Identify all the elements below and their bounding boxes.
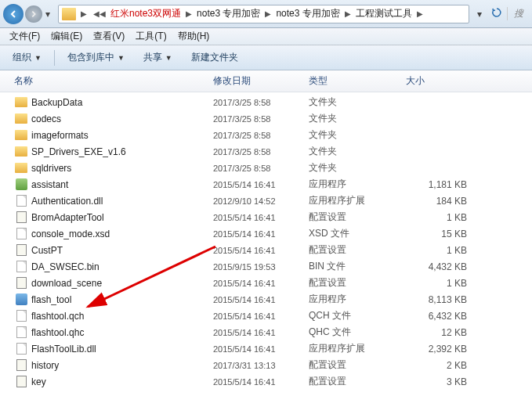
history-dropdown[interactable]: ▾ <box>45 9 55 20</box>
file-row[interactable]: CustPT2015/5/14 16:41配置设置1 KB <box>0 242 532 258</box>
file-type-icon <box>14 343 28 355</box>
chevron-right-icon: ▶ <box>342 9 354 18</box>
file-row[interactable]: console_mode.xsd2015/5/14 16:41XSD 文件15 … <box>0 225 532 242</box>
file-size: 1,181 KB <box>406 179 473 190</box>
breadcrumb-item[interactable]: note3 专用加密 <box>195 7 262 20</box>
file-row[interactable]: sqldrivers2017/3/25 8:58文件夹 <box>0 160 532 176</box>
file-type: QHC 文件 <box>309 326 406 339</box>
menu-help[interactable]: 帮助(H) <box>173 28 215 45</box>
chevron-right-icon: ▶ <box>183 9 195 18</box>
file-size: 1 KB <box>406 278 473 289</box>
file-type: 应用程序 <box>309 178 406 191</box>
file-row[interactable]: FlashToolLib.dll2015/5/14 16:41应用程序扩展2,3… <box>0 340 532 357</box>
menu-tools[interactable]: 工具(T) <box>131 28 171 45</box>
file-row[interactable]: BromAdapterTool2015/5/14 16:41配置设置1 KB <box>0 209 532 225</box>
forward-button[interactable] <box>25 5 42 23</box>
file-type: QCH 文件 <box>309 309 406 322</box>
breadcrumb[interactable]: ▶ ◀◀ 红米note3双网通 ▶ note3 专用加密 ▶ note3 专用加… <box>58 5 469 23</box>
file-row[interactable]: BackupData2017/3/25 8:58文件夹 <box>0 94 532 110</box>
separator <box>54 50 55 66</box>
file-type: 配置设置 <box>309 276 406 290</box>
file-type-icon <box>14 96 28 109</box>
file-type-icon <box>14 277 28 290</box>
file-date: 2017/3/25 8:58 <box>213 98 309 107</box>
file-name: BromAdapterTool <box>31 212 213 223</box>
file-row[interactable]: flash_tool2015/5/14 16:41应用程序8,113 KB <box>0 291 532 308</box>
file-list: BackupData2017/3/25 8:58文件夹codecs2017/3/… <box>0 92 532 391</box>
chevron-left-icon[interactable]: ◀◀ <box>90 9 109 18</box>
file-date: 2015/5/14 16:41 <box>213 213 309 222</box>
breadcrumb-item[interactable]: 工程测试工具 <box>354 7 414 20</box>
file-type: 配置设置 <box>309 375 406 388</box>
chevron-right-icon: ▶ <box>414 9 426 18</box>
refresh-icon[interactable] <box>491 7 502 20</box>
file-date: 2015/5/14 16:41 <box>213 180 309 189</box>
file-date: 2015/5/14 16:41 <box>213 246 309 255</box>
location-dropdown[interactable]: ▾ <box>477 9 487 20</box>
file-size: 6,432 KB <box>406 311 473 322</box>
file-row[interactable]: flashtool.qhc2015/5/14 16:41QHC 文件12 KB <box>0 324 532 340</box>
file-row[interactable]: imageformats2017/3/25 8:58文件夹 <box>0 127 532 143</box>
file-name: history <box>31 360 213 371</box>
folder-icon <box>62 8 76 20</box>
breadcrumb-item[interactable]: note3 专用加密 <box>274 7 341 20</box>
column-name[interactable]: 名称 <box>14 74 213 88</box>
file-date: 2015/5/14 16:41 <box>213 311 309 321</box>
search-input[interactable]: 搜 <box>507 7 529 20</box>
file-size: 1 KB <box>406 212 473 223</box>
file-type: 配置设置 <box>309 243 406 257</box>
file-type: 文件夹 <box>309 95 406 109</box>
column-size[interactable]: 大小 <box>406 74 476 88</box>
arrow-left-icon <box>9 9 18 19</box>
new-folder-button[interactable]: 新建文件夹 <box>185 48 244 67</box>
file-row[interactable]: SP_Drivers_EXE_v1.62017/3/25 8:58文件夹 <box>0 143 532 160</box>
file-name: key <box>31 376 213 387</box>
file-date: 2015/9/15 19:53 <box>213 262 309 272</box>
file-type: XSD 文件 <box>309 227 406 240</box>
file-row[interactable]: download_scene2015/5/14 16:41配置设置1 KB <box>0 275 532 291</box>
file-type: 应用程序扩展 <box>309 342 406 355</box>
arrow-right-icon <box>30 10 38 18</box>
file-row[interactable]: key2015/5/14 16:41配置设置3 KB <box>0 373 532 390</box>
file-row[interactable]: DA_SWSEC.bin2015/9/15 19:53BIN 文件4,432 K… <box>0 258 532 275</box>
file-name: BackupData <box>31 97 213 108</box>
file-type-icon <box>14 129 28 142</box>
file-row[interactable]: flashtool.qch2015/5/14 16:41QCH 文件6,432 … <box>0 308 532 324</box>
file-size: 4,432 KB <box>406 261 473 272</box>
file-date: 2012/9/10 14:52 <box>213 196 309 206</box>
chevron-right-icon: ▶ <box>78 9 90 18</box>
file-date: 2017/3/25 8:58 <box>213 147 309 157</box>
file-name: Authentication.dll <box>31 196 213 207</box>
file-type-icon <box>14 244 28 257</box>
file-name: SP_Drivers_EXE_v1.6 <box>31 146 213 157</box>
file-date: 2015/5/14 16:41 <box>213 377 309 387</box>
column-date[interactable]: 修改日期 <box>213 74 309 88</box>
file-row[interactable]: Authentication.dll2012/9/10 14:52应用程序扩展1… <box>0 193 532 209</box>
file-name: console_mode.xsd <box>31 229 213 239</box>
back-button[interactable] <box>3 4 24 24</box>
file-type-icon <box>14 293 28 306</box>
file-row[interactable]: history2017/3/31 13:13配置设置2 KB <box>0 357 532 373</box>
file-date: 2015/5/14 16:41 <box>213 344 309 354</box>
file-name: sqldrivers <box>31 163 213 174</box>
file-size: 3 KB <box>406 376 473 387</box>
file-type-icon <box>14 326 28 339</box>
file-name: CustPT <box>31 245 213 256</box>
menu-edit[interactable]: 编辑(E) <box>46 28 87 45</box>
breadcrumb-item[interactable]: 红米note3双网通 <box>109 7 183 20</box>
column-type[interactable]: 类型 <box>309 74 406 88</box>
share-button[interactable]: 共享▼ <box>137 48 179 67</box>
file-type-icon <box>14 211 28 224</box>
menu-file[interactable]: 文件(F) <box>5 28 45 45</box>
file-size: 2,392 KB <box>406 344 473 355</box>
file-type: 文件夹 <box>309 128 406 142</box>
file-row[interactable]: codecs2017/3/25 8:58文件夹 <box>0 110 532 127</box>
file-row[interactable]: assistant2015/5/14 16:41应用程序1,181 KB <box>0 176 532 193</box>
organize-button[interactable]: 组织▼ <box>6 48 48 67</box>
menu-bar: 文件(F) 编辑(E) 查看(V) 工具(T) 帮助(H) <box>0 28 532 45</box>
include-library-button[interactable]: 包含到库中▼ <box>61 48 131 67</box>
menu-view[interactable]: 查看(V) <box>89 28 129 45</box>
file-date: 2017/3/31 13:13 <box>213 361 309 370</box>
file-type: 应用程序扩展 <box>309 194 406 207</box>
file-date: 2017/3/25 8:58 <box>213 164 309 173</box>
